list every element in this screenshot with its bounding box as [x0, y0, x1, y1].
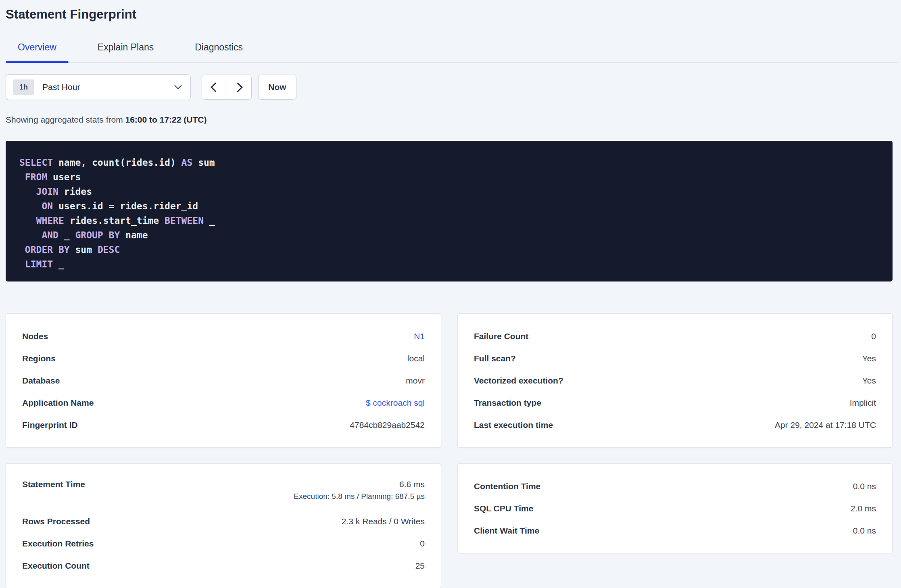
wait-times-card: Contention Time 0.0 ns SQL CPU Time 2.0 … [457, 463, 893, 553]
vectorized-execution-label: Vectorized execution? [474, 376, 563, 386]
chevron-left-icon [211, 82, 220, 92]
statement-fingerprint-page: Statement Fingerprint Overview Explain P… [0, 0, 901, 588]
last-execution-time-label: Last execution time [474, 420, 553, 430]
contention-time-value: 0.0 ns [853, 482, 876, 491]
full-scan-row: Full scan? Yes [474, 347, 876, 369]
aggregated-stats-summary: Showing aggregated stats from 16:00 to 1… [6, 115, 893, 125]
fingerprint-id-label: Fingerprint ID [22, 420, 78, 430]
next-time-button[interactable] [227, 75, 252, 99]
page-title: Statement Fingerprint [6, 0, 893, 22]
regions-label: Regions [22, 354, 56, 363]
time-range-dropdown[interactable]: 1h Past Hour [6, 74, 191, 100]
prev-time-button[interactable] [202, 75, 227, 99]
failure-count-label: Failure Count [474, 332, 528, 341]
last-execution-time-value: Apr 29, 2024 at 17:18 UTC [775, 420, 876, 430]
tab-explain-plans[interactable]: Explain Plans [86, 42, 166, 62]
sql-cpu-time-label: SQL CPU Time [474, 504, 533, 513]
execution-count-row: Execution Count 25 [22, 555, 425, 577]
nodes-label: Nodes [22, 332, 48, 341]
contention-time-label: Contention Time [474, 482, 540, 491]
regions-value: local [407, 354, 425, 363]
statement-timing-card: Statement Time 6.6 ms Execution: 5.8 ms … [6, 463, 441, 588]
database-value: movr [406, 376, 425, 386]
contention-time-row: Contention Time 0.0 ns [474, 475, 876, 497]
stats-range: 16:00 to 17:22 (UTC) [125, 115, 207, 124]
time-range-badge: 1h [13, 79, 34, 95]
rows-processed-row: Rows Processed 2.3 k Reads / 0 Writes [22, 510, 425, 532]
chevron-right-icon [233, 82, 243, 92]
last-execution-time-row: Last execution time Apr 29, 2024 at 17:1… [474, 414, 876, 436]
client-wait-time-row: Client Wait Time 0.0 ns [474, 519, 876, 542]
client-wait-time-label: Client Wait Time [474, 526, 539, 536]
statement-time-label: Statement Time [22, 480, 85, 489]
rows-processed-value: 2.3 k Reads / 0 Writes [342, 517, 425, 526]
nodes-row: Nodes N1 [22, 325, 425, 347]
database-label: Database [22, 376, 60, 386]
statement-details-card: Nodes N1 Regions local Database movr App… [6, 313, 441, 448]
stats-prefix: Showing aggregated stats from [6, 115, 125, 124]
execution-retries-label: Execution Retries [22, 539, 94, 548]
transaction-type-row: Transaction type Implicit [474, 392, 876, 414]
execution-retries-value: 0 [420, 539, 425, 548]
execution-count-label: Execution Count [22, 561, 90, 571]
time-range-label: Past Hour [42, 82, 80, 92]
application-name-link[interactable]: $ cockroach sql [366, 398, 425, 408]
sql-statement: SELECT name, count(rides.id) AS sum FROM… [6, 141, 893, 281]
full-scan-label: Full scan? [474, 354, 516, 363]
time-controls: 1h Past Hour Now [6, 74, 893, 100]
execution-count-value: 25 [415, 561, 425, 571]
regions-row: Regions local [22, 347, 425, 369]
stats-cards-grid: Nodes N1 Regions local Database movr App… [6, 313, 893, 588]
chevron-down-icon [174, 82, 181, 89]
tab-diagnostics[interactable]: Diagnostics [183, 42, 255, 62]
execution-retries-row: Execution Retries 0 [22, 532, 425, 555]
time-pager [202, 75, 252, 100]
now-button[interactable]: Now [258, 75, 296, 100]
database-row: Database movr [22, 369, 425, 392]
vectorized-execution-value: Yes [862, 376, 876, 386]
transaction-type-label: Transaction type [474, 398, 541, 408]
rows-processed-label: Rows Processed [22, 517, 90, 526]
transaction-type-value: Implicit [850, 398, 876, 408]
statement-time-breakdown: Execution: 5.8 ms / Planning: 687.5 µs [294, 492, 425, 501]
failure-count-row: Failure Count 0 [474, 325, 876, 347]
statement-time-value: 6.6 ms [294, 480, 425, 489]
tab-overview[interactable]: Overview [6, 42, 69, 62]
fingerprint-id-row: Fingerprint ID 4784cb829aab2542 [22, 414, 425, 436]
client-wait-time-value: 0.0 ns [853, 526, 876, 536]
statement-time-row: Statement Time 6.6 ms Execution: 5.8 ms … [22, 475, 425, 510]
tab-bar: Overview Explain Plans Diagnostics [6, 42, 898, 63]
sql-cpu-time-value: 2.0 ms [851, 504, 876, 513]
fingerprint-id-value: 4784cb829aab2542 [350, 420, 425, 430]
failure-count-value: 0 [871, 332, 876, 341]
execution-attributes-card: Failure Count 0 Full scan? Yes Vectorize… [457, 313, 893, 448]
full-scan-value: Yes [862, 354, 876, 363]
sql-cpu-time-row: SQL CPU Time 2.0 ms [474, 497, 876, 519]
application-name-row: Application Name $ cockroach sql [22, 392, 425, 414]
vectorized-execution-row: Vectorized execution? Yes [474, 369, 876, 392]
application-name-label: Application Name [22, 398, 94, 408]
nodes-link[interactable]: N1 [414, 332, 425, 341]
